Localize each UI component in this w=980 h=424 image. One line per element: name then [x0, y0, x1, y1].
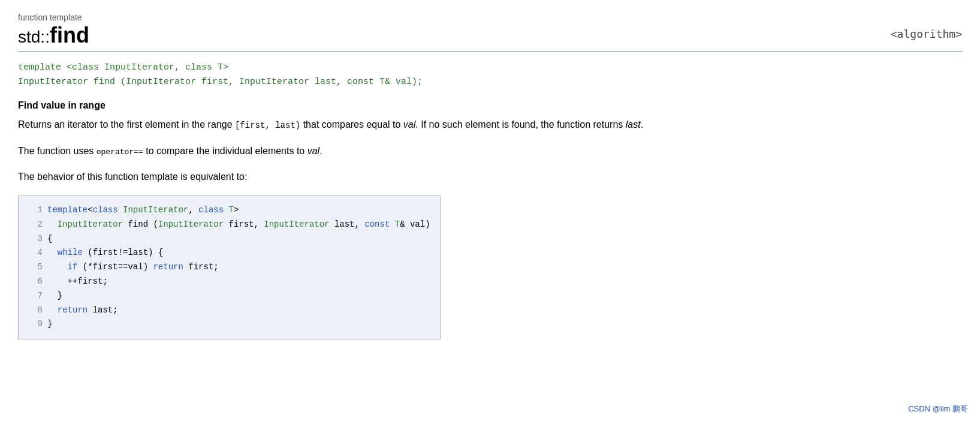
code-block: 1 template<class InputIterator, class T>… [18, 196, 441, 339]
code-line-6: 6 ++first; [28, 275, 430, 289]
val-italic2: val [307, 146, 319, 156]
operator-para: The function uses operator== to compare … [18, 143, 962, 159]
algorithm-tag: <algorithm> [891, 23, 962, 40]
description-para: Returns an iterator to the first element… [18, 117, 962, 133]
signature-line-1: template <class InputIterator, class T> [18, 61, 962, 75]
signature-line-2: InputIterator find (InputIterator first,… [18, 75, 962, 89]
code-line-1: 1 template<class InputIterator, class T> [28, 203, 430, 218]
title-prefix: std:: [18, 28, 50, 46]
code-line-5: 5 if (*first==val) return first; [28, 260, 430, 275]
page-title: std::find [18, 23, 89, 48]
code-line-8: 8 return last; [28, 303, 430, 318]
header-divider [18, 52, 962, 52]
code-range: [first, last) [235, 121, 300, 130]
val-italic: val [403, 119, 415, 130]
title-main: find [50, 23, 89, 47]
function-label: function template [18, 12, 962, 23]
section-title: Find value in range [18, 100, 962, 111]
code-line-2: 2 InputIterator find (InputIterator firs… [28, 218, 430, 232]
code-line-3: 3 { [28, 232, 430, 246]
code-line-9: 9 } [28, 317, 430, 332]
last-italic: last [626, 119, 641, 130]
code-line-4: 4 while (first!=last) { [28, 246, 430, 260]
code-line-7: 7 } [28, 289, 430, 303]
signature-block: template <class InputIterator, class T> … [18, 61, 962, 89]
operator-code: operator== [97, 148, 143, 157]
equiv-label: The behavior of this function template i… [18, 169, 962, 185]
